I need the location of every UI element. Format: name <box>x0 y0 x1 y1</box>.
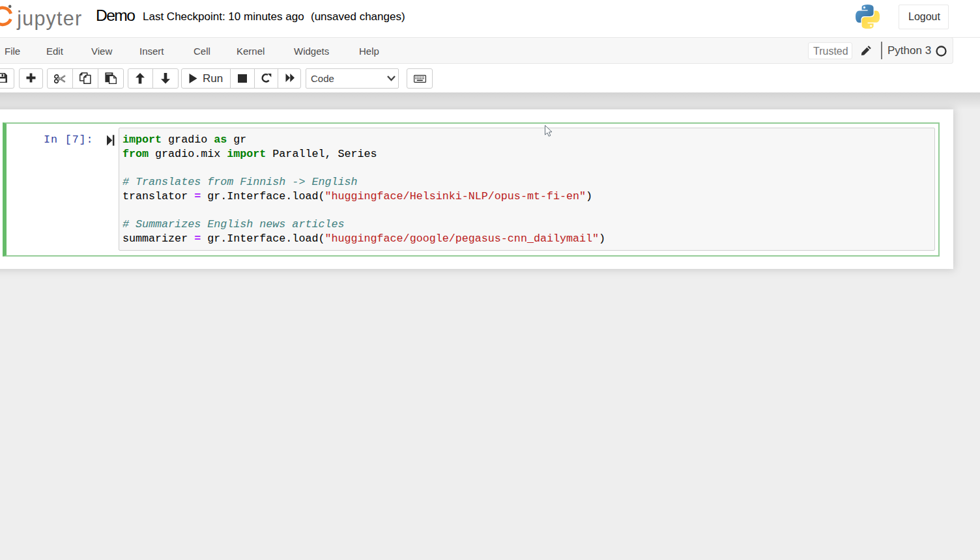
svg-text:jupyter: jupyter <box>16 7 82 30</box>
